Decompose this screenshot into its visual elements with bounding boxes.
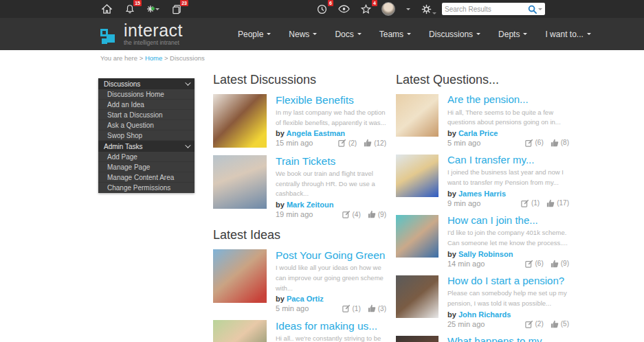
like-thumb-icon[interactable] — [551, 260, 559, 268]
apps-caret-icon — [155, 8, 159, 10]
comment-count: (6) — [535, 139, 544, 146]
like-count: (5) — [561, 320, 569, 328]
favorites-badge: 4 — [372, 0, 377, 6]
comments-icon[interactable] — [521, 199, 529, 207]
comment-count: (2) — [348, 139, 357, 147]
like-thumb-icon[interactable] — [546, 199, 555, 207]
author-link[interactable]: Angela Eastman — [287, 129, 346, 137]
sidebar-item-change-permissions[interactable]: Change Permissions — [98, 183, 195, 193]
sidebar-item-start-a-discussion[interactable]: Start a Discussion — [98, 110, 195, 120]
thumbnail-photo[interactable] — [213, 320, 267, 342]
idea-title-link[interactable]: Ideas for making us... — [276, 320, 386, 332]
thumbnail-photo[interactable] — [396, 336, 438, 342]
column-questions: Latest Questions... Are the pension... H… — [396, 69, 569, 342]
question-title-link[interactable]: What happens to my... — [447, 336, 569, 342]
discussion-title-link[interactable]: Flexible Benefits — [276, 94, 386, 106]
comments-icon[interactable] — [342, 210, 351, 218]
sidebar-item-add-page[interactable]: Add Page — [98, 152, 195, 162]
search-icon[interactable] — [528, 5, 537, 14]
notifications-badge: 15 — [133, 0, 142, 6]
like-count: (9) — [561, 260, 569, 267]
nav-item-i-want-to[interactable]: I want to... — [545, 30, 590, 39]
question-title-link[interactable]: How can I join the... — [447, 215, 569, 227]
nav-item-teams[interactable]: Teams — [379, 30, 411, 39]
breadcrumb-current: Discussions — [170, 54, 205, 62]
favorites-star-icon[interactable]: 4 — [359, 3, 372, 15]
sidebar-item-manage-page[interactable]: Manage Page — [98, 162, 195, 172]
comments-icon[interactable] — [342, 304, 351, 312]
discussion-excerpt: We book our train and flight travel cent… — [276, 169, 386, 199]
question-title-link[interactable]: Are the pension... — [447, 94, 569, 106]
apps-flower-icon[interactable] — [147, 3, 159, 15]
notifications-bell-icon[interactable]: 15 — [124, 3, 136, 15]
breadcrumb: You are here > Home > Discussions — [100, 54, 205, 62]
thumbnail-photo[interactable] — [396, 275, 438, 318]
tasks-badge: 23 — [180, 0, 188, 6]
chevron-down-icon — [185, 80, 190, 85]
like-count: (9) — [378, 211, 386, 218]
breadcrumb-home-link[interactable]: Home — [145, 54, 162, 62]
like-thumb-icon[interactable] — [368, 210, 376, 218]
avatar-caret-icon[interactable] — [406, 8, 410, 10]
main-navbar: interact the intelligent intranet People… — [0, 18, 644, 50]
like-thumb-icon[interactable] — [368, 304, 376, 312]
thumbnail-photo[interactable] — [396, 155, 438, 197]
comments-icon[interactable] — [525, 139, 533, 147]
like-thumb-icon[interactable] — [551, 139, 559, 147]
author-link[interactable]: James Harris — [458, 190, 506, 198]
interact-logo-icon — [100, 27, 118, 46]
comments-icon[interactable] — [525, 260, 533, 268]
question-title-link[interactable]: Can I transfer my... — [447, 155, 569, 166]
timestamp: 19 min ago — [276, 210, 313, 218]
recent-activity-clock-icon[interactable]: 6 — [315, 3, 328, 15]
chevron-down-icon — [313, 33, 317, 35]
idea-title-link[interactable]: Post Your Going Green... — [276, 249, 386, 261]
sidebar-item-add-an-idea[interactable]: Add an Idea — [98, 100, 195, 110]
nav-item-depts[interactable]: Depts — [498, 30, 527, 39]
nav-item-docs[interactable]: Docs — [335, 30, 361, 39]
sidebar-section-discussions[interactable]: Discussions — [98, 78, 195, 89]
sidebar-item-ask-a-question[interactable]: Ask a Question — [98, 120, 195, 130]
like-count: (17) — [557, 199, 569, 207]
search-box — [442, 3, 545, 15]
watching-eye-icon[interactable] — [337, 3, 350, 15]
comment-count: (1) — [531, 199, 540, 207]
search-input[interactable] — [445, 5, 528, 13]
brand-logo[interactable]: interact the intelligent intranet — [100, 22, 183, 46]
nav-item-discussions[interactable]: Discussions — [429, 30, 480, 39]
sidebar-item-swop-shop[interactable]: Swop Shop — [98, 130, 195, 141]
author-link[interactable]: Paca Ortiz — [287, 295, 324, 303]
sidebar-item-discussions-home[interactable]: Discussions Home — [98, 89, 195, 100]
tasks-pages-icon[interactable]: 23 — [170, 3, 183, 15]
comment-count: (2) — [535, 320, 544, 328]
author-link[interactable]: John Richards — [458, 310, 511, 319]
discussion-title-link[interactable]: Train Tickets — [276, 155, 386, 167]
thumbnail-photo[interactable] — [396, 94, 438, 137]
author-link[interactable]: Mark Zeitoun — [287, 201, 333, 209]
thumbnail-photo[interactable] — [213, 155, 267, 209]
settings-gear-icon[interactable] — [420, 3, 432, 15]
activity-badge: 6 — [328, 0, 333, 6]
discussion-excerpt: In my last company we had the option of … — [276, 108, 386, 128]
nav-item-news[interactable]: News — [289, 30, 317, 39]
home-icon[interactable] — [100, 3, 113, 15]
sidebar-section-admin-tasks[interactable]: Admin Tasks — [98, 141, 195, 152]
utility-bar: 15 23 6 4 — [0, 0, 644, 18]
sidebar-item-manage-content-area[interactable]: Manage Content Area — [98, 172, 195, 183]
search-caret-icon[interactable] — [538, 8, 542, 10]
thumbnail-photo[interactable] — [396, 215, 438, 258]
thumbnail-photo[interactable] — [213, 94, 267, 148]
author-link[interactable]: Carla Price — [458, 129, 498, 137]
nav-item-people[interactable]: People — [238, 30, 271, 39]
question-item: How do I start a pension? Please can som… — [396, 275, 569, 328]
status-green-dot — [151, 7, 155, 10]
question-title-link[interactable]: How do I start a pension? — [447, 275, 569, 287]
comments-icon[interactable] — [525, 320, 533, 328]
comments-icon[interactable] — [338, 139, 346, 147]
timestamp: 9 min ago — [447, 199, 480, 207]
like-thumb-icon[interactable] — [364, 139, 372, 147]
thumbnail-photo[interactable] — [213, 249, 267, 303]
user-avatar[interactable] — [381, 2, 395, 16]
like-thumb-icon[interactable] — [551, 320, 559, 328]
author-link[interactable]: Sally Robinson — [458, 250, 513, 258]
